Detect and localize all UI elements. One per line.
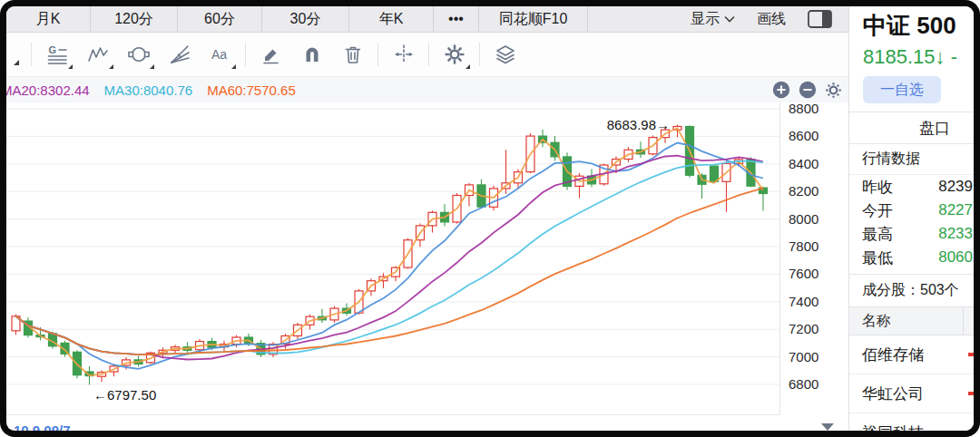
- tab-30min[interactable]: 30分: [262, 6, 349, 32]
- toolbar-divider: [31, 43, 32, 66]
- shape-circle-icon[interactable]: [118, 34, 159, 74]
- display-menu[interactable]: 显示: [691, 10, 735, 29]
- magnet-icon[interactable]: [291, 34, 332, 74]
- price-change-clipped: -: [951, 45, 957, 68]
- layers-icon[interactable]: [485, 34, 525, 74]
- indicator-settings-gear-icon[interactable]: [824, 81, 843, 100]
- zoom-out-button[interactable]: [798, 80, 818, 100]
- constituents-count: 成分股：503个: [849, 274, 974, 306]
- clipped-change-value: [968, 353, 974, 356]
- quote-rows: 昨收8239今开8227最高8233最低8060: [849, 175, 974, 269]
- tab-pankou[interactable]: 盘口: [849, 112, 974, 144]
- period-tabbar: 月K120分60分30分年K•••同花顺F10 显示 画线: [6, 6, 848, 33]
- zigzag-icon[interactable]: [77, 34, 118, 74]
- stock-name: 佰维存储: [862, 345, 924, 365]
- panel-toggle-icon[interactable]: [808, 10, 832, 28]
- app-window: 月K120分60分30分年K•••同花顺F10 显示 画线 GAa M: [0, 0, 980, 437]
- quote-row: 昨收8239: [849, 175, 974, 199]
- ma-value-label: MA30:8040.76: [104, 83, 193, 98]
- dropdown-caret-icon: [466, 64, 470, 69]
- fan-lines-icon[interactable]: [159, 34, 200, 74]
- quote-value: 8227: [938, 201, 973, 219]
- quote-panel: 中证 500 8185.15↓ - 一自选 盘口 行情数据 昨收8239今开82…: [848, 6, 974, 431]
- price-axis-tick: 8600: [789, 128, 818, 143]
- quote-label: 最低: [862, 248, 893, 268]
- pencil-icon[interactable]: [250, 34, 291, 74]
- tab-60min[interactable]: 60分: [178, 6, 262, 32]
- dropdown-caret-icon: [109, 64, 113, 69]
- period-tabs: 月K120分60分30分年K•••同花顺F10: [6, 6, 588, 32]
- gear-icon[interactable]: [434, 34, 475, 74]
- ma-indicator-row: MA20:8302.44MA30:8040.76MA60:7570.65: [6, 77, 848, 102]
- svg-text:Aa: Aa: [211, 47, 227, 62]
- low-price-annotation: ←6797.50: [93, 387, 156, 403]
- toolbar-divider: [479, 43, 480, 66]
- remove-watchlist-button[interactable]: 一自选: [863, 76, 941, 103]
- ma-value-label: MA20:8302.44: [6, 83, 90, 98]
- stock-list: 佰维存储华虹公司裕同科技: [849, 335, 974, 431]
- column-divider: [963, 307, 964, 335]
- price-axis-tick: 8200: [789, 183, 818, 199]
- tab-120min[interactable]: 120分: [91, 6, 178, 32]
- ma-value-label: MA60:7570.65: [207, 83, 296, 98]
- stock-name: 华虹公司: [862, 384, 924, 404]
- clipped-change-value: [968, 392, 974, 395]
- quote-label: 昨收: [862, 177, 893, 198]
- index-price: 8185.15↓ -: [863, 45, 974, 69]
- dropdown-caret-icon: [150, 64, 154, 69]
- candlestick-chart[interactable]: 8683.98→←6797.50: [6, 102, 779, 415]
- text-tool-icon[interactable]: Aa: [200, 34, 240, 74]
- quote-value: 8233: [938, 225, 973, 243]
- price-axis-tick: 7000: [789, 349, 818, 364]
- tab-month-k[interactable]: 月K: [6, 6, 91, 32]
- stock-row[interactable]: 佰维存储: [849, 335, 974, 374]
- h-spread-icon[interactable]: [383, 34, 424, 74]
- display-label: 显示: [691, 10, 720, 29]
- quote-row: 最高8233: [849, 222, 974, 246]
- tab-more[interactable]: •••: [434, 6, 479, 32]
- price-axis-tick: 7600: [789, 266, 818, 281]
- stock-list-name-header: 名称: [849, 306, 974, 335]
- chart-plot: [6, 102, 779, 415]
- svg-text:G: G: [48, 44, 56, 55]
- chevron-down-icon: [724, 15, 735, 23]
- app-content: 月K120分60分30分年K•••同花顺F10 显示 画线 GAa M: [6, 6, 974, 431]
- zoom-in-button[interactable]: [771, 80, 791, 100]
- draw-line-button[interactable]: 画线: [757, 10, 786, 29]
- quote-value: 8239: [938, 178, 973, 196]
- price-axis-tick: 6800: [789, 376, 818, 392]
- stock-row[interactable]: 裕同科技: [849, 413, 974, 431]
- axis-scroll-arrow-icon[interactable]: [821, 423, 834, 431]
- index-title: 中证 500: [863, 10, 974, 42]
- price-axis-tick: 8000: [789, 211, 818, 227]
- drawing-toolbar: GAa: [6, 33, 848, 77]
- trash-icon[interactable]: [332, 34, 373, 74]
- quote-row: 最低8060: [849, 246, 974, 269]
- quote-label: 最高: [862, 224, 893, 245]
- price-axis-tick: 7400: [789, 294, 818, 309]
- toolbar-divider: [377, 43, 378, 66]
- collapsed-tool-caret-icon[interactable]: [14, 60, 19, 65]
- high-price-annotation: 8683.98→: [607, 117, 670, 132]
- stock-row[interactable]: 华虹公司: [849, 374, 974, 413]
- price-value: 8185.15↓: [863, 45, 946, 68]
- quote-value: 8060: [938, 248, 973, 267]
- quote-data-header: 行情数据: [849, 144, 974, 175]
- tab-ths-f10[interactable]: 同花顺F10: [479, 6, 588, 32]
- price-axis-tick: 7800: [789, 238, 818, 254]
- price-axis: 8800860084008200800078007600740072007000…: [779, 102, 848, 415]
- volume-pane-partial-label: 10.9.09/7: [14, 422, 71, 431]
- chart-area-column: 月K120分60分30分年K•••同花顺F10 显示 画线 GAa M: [6, 6, 848, 431]
- price-axis-tick: 8400: [789, 156, 818, 171]
- chart-zoom-controls: [771, 80, 843, 100]
- gann-grid-icon[interactable]: G: [36, 34, 77, 74]
- toolbar-divider: [428, 43, 429, 66]
- stock-name: 裕同科技: [862, 422, 924, 432]
- dropdown-caret-icon: [68, 64, 73, 69]
- toolbar-divider: [245, 43, 246, 66]
- dropdown-caret-icon: [231, 64, 236, 69]
- quote-row: 今开8227: [849, 199, 974, 222]
- quote-label: 今开: [862, 200, 893, 221]
- tab-year-k[interactable]: 年K: [349, 6, 434, 32]
- price-axis-tick: 8800: [789, 101, 818, 116]
